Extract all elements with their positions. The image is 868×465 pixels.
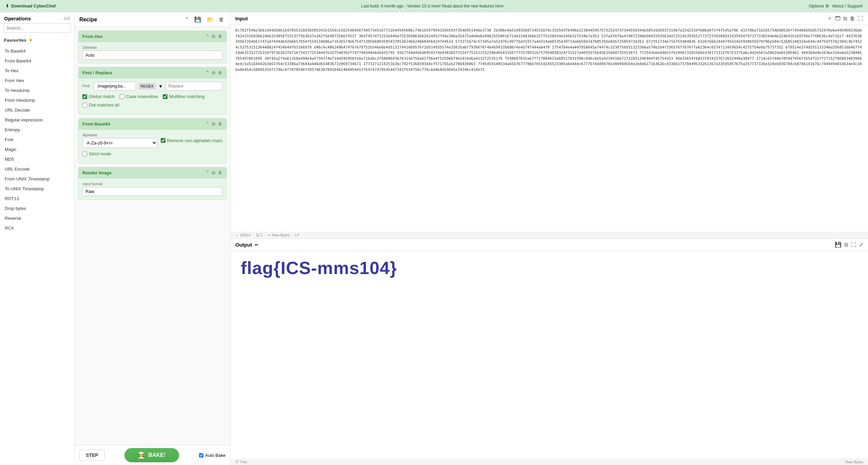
sidebar: Operations 440 Favourites ★ To Base64 Fr…	[0, 12, 75, 465]
render-image-tools: ⌃ ⊘ ⏸	[205, 170, 222, 175]
from-hex-card-header: From Hex ⌃ ⊘ ⏸	[78, 31, 226, 42]
gear-icon: ⚙	[825, 3, 829, 8]
find-replace-collapse-btn[interactable]: ⌃	[205, 70, 210, 75]
output-edit-btn[interactable]: ✏	[255, 242, 259, 248]
global-match-label[interactable]: Global match	[82, 94, 115, 99]
output-status: ⏱ 7ms Raw Bytes	[231, 459, 868, 465]
output-format: Raw Bytes	[845, 460, 863, 464]
dot-matches-all-label[interactable]: Dot matches all	[82, 102, 119, 108]
sidebar-item-rot13[interactable]: ROT13	[0, 194, 74, 204]
about-link[interactable]: About / Support	[832, 3, 863, 8]
sidebar-item-to-base64[interactable]: To Base64	[0, 46, 74, 56]
recipe-folder-btn[interactable]: 📁	[205, 16, 215, 23]
recipe-save-btn[interactable]: 💾	[193, 16, 202, 23]
from-base64-tools: ⌃ ⊘ ⏸	[205, 121, 222, 127]
remove-nonalpha-checkbox[interactable]	[161, 138, 165, 143]
sidebar-item-url-encode[interactable]: URL Encode	[0, 164, 74, 174]
alphabet-select[interactable]: A-Za-z0-9+/=	[82, 138, 157, 148]
sidebar-item-from-base64[interactable]: From Base64	[0, 56, 74, 66]
sidebar-item-from-unix-timestamp[interactable]: From UNIX Timestamp	[0, 174, 74, 184]
sidebar-item-drop-bytes[interactable]: Drop bytes	[0, 204, 74, 213]
from-base64-disable-btn[interactable]: ⊘	[212, 121, 216, 127]
strict-mode-label[interactable]: Strict mode	[82, 151, 111, 156]
from-hex-collapse-btn[interactable]: ⌃	[205, 34, 210, 39]
sidebar-item-url-decode[interactable]: URL Decode	[0, 105, 74, 115]
multiline-checkbox[interactable]	[163, 94, 167, 99]
render-image-pause-btn[interactable]: ⏸	[218, 170, 222, 175]
output-copy-btn[interactable]: ⧉	[844, 242, 848, 248]
output-time: ⏱ 7ms	[235, 460, 247, 464]
render-image-collapse-btn[interactable]: ⌃	[205, 170, 210, 175]
find-replace-card: Find / Replace ⌃ ⊘ ⏸ Find REGEX ▼	[78, 67, 227, 115]
find-replace-disable-btn[interactable]: ⊘	[212, 70, 216, 75]
sidebar-item-from-hexdump[interactable]: From Hexdump	[0, 95, 74, 105]
remove-nonalpha-text: Remove non-alphabet chars	[167, 138, 222, 143]
topbar: ⬇ Download CyberChef Last build: A month…	[0, 0, 868, 12]
right-panels: Input ＋ 🗔 ⧉ 🗑 ⛶ 6c782f546e36614d4d586164…	[231, 12, 868, 465]
case-insensitive-label[interactable]: Case insensitive	[120, 94, 158, 99]
find-type-badge[interactable]: REGEX	[139, 83, 156, 89]
sidebar-item-fork[interactable]: Fork	[0, 135, 74, 144]
input-expand-btn[interactable]: ⛶	[858, 16, 863, 22]
global-match-checkbox[interactable]	[82, 94, 87, 99]
output-expand-btn[interactable]: ⛶	[851, 242, 856, 248]
from-base64-pause-btn[interactable]: ⏸	[218, 121, 222, 127]
find-row: Find REGEX ▼	[82, 82, 222, 91]
input-tools: ＋ 🗔 ⧉ 🗑 ⛶	[827, 15, 863, 22]
render-image-disable-btn[interactable]: ⊘	[212, 170, 216, 175]
input-add-btn[interactable]: ＋	[827, 15, 832, 22]
strict-mode-checkbox[interactable]	[82, 152, 87, 156]
sidebar-item-to-hex[interactable]: To Hex	[0, 66, 74, 76]
recipe-body: From Hex ⌃ ⊘ ⏸ Delimiter Find / Replace	[75, 27, 230, 445]
sidebar-item-to-unix-timestamp[interactable]: To UNIX Timestamp	[0, 184, 74, 194]
multiline-label[interactable]: Multiline matching	[163, 94, 204, 99]
recipe-header: Recipe ⌃ 💾 📁 🗑	[75, 12, 230, 27]
dropdown-icon: ▼	[158, 84, 163, 89]
sidebar-operations: To Base64 From Base64 To Hex From Hex To…	[0, 45, 74, 465]
sidebar-item-from-hex[interactable]: From Hex	[0, 76, 74, 85]
input-content[interactable]: 6c782f546e36614d4d5861647055316936505341…	[231, 25, 868, 232]
find-input[interactable]	[94, 82, 136, 91]
step-button[interactable]: STEP	[79, 450, 105, 461]
sidebar-item-to-hexdump[interactable]: To Hexdump	[0, 85, 74, 95]
output-save-btn[interactable]: 💾	[835, 241, 842, 248]
input-clear-btn[interactable]: 🗑	[850, 16, 855, 22]
bake-icon: 🧑‍🍳	[138, 451, 145, 459]
sidebar-item-entropy[interactable]: Entropy	[0, 125, 74, 135]
from-hex-disable-btn[interactable]: ⊘	[212, 34, 216, 39]
sidebar-item-md5[interactable]: MD5	[0, 154, 74, 164]
autobake-checkbox[interactable]	[199, 453, 203, 458]
dot-matches-all-checkbox[interactable]	[82, 103, 87, 108]
sidebar-item-regex[interactable]: Regular expression	[0, 115, 74, 125]
sidebar-item-rc4[interactable]: RC4	[0, 223, 74, 233]
replace-input[interactable]	[165, 82, 222, 91]
flag-text: flag{ICS-mms104}	[241, 258, 397, 278]
output-title-wrap: Output ✏	[235, 242, 259, 248]
recipe-collapse-btn[interactable]: ⌃	[183, 16, 190, 23]
topbar-right: Options ⚙ About / Support	[809, 3, 863, 8]
find-replace-checkboxes: Global match Case insensitive Multiline …	[82, 94, 222, 99]
remove-nonalpha-label[interactable]: Remove non-alphabet chars	[161, 138, 222, 143]
options-link[interactable]: Options ⚙	[809, 3, 829, 8]
render-image-card-header: Render Image ⌃ ⊘ ⏸	[78, 167, 226, 178]
input-restore-btn[interactable]: 🗔	[835, 16, 841, 22]
search-input[interactable]	[3, 23, 71, 33]
sidebar-item-magic[interactable]: Magic	[0, 144, 74, 154]
recipe-delete-btn[interactable]: 🗑	[217, 16, 225, 23]
from-base64-collapse-btn[interactable]: ⌃	[205, 121, 210, 127]
download-link[interactable]: ⬇ Download CyberChef	[5, 3, 56, 8]
input-format: ↵ Raw Bytes	[268, 233, 290, 237]
input-split-btn[interactable]: ⧉	[843, 16, 847, 22]
delimiter-input[interactable]	[82, 51, 222, 60]
output-fullscreen-btn[interactable]: ⤢	[859, 241, 863, 248]
find-replace-pause-btn[interactable]: ⏸	[218, 70, 222, 75]
bake-button[interactable]: 🧑‍🍳 BAKE!	[124, 448, 179, 462]
sidebar-item-reverse[interactable]: Reverse	[0, 213, 74, 223]
input-format-input[interactable]	[82, 187, 222, 196]
main-layout: Operations 440 Favourites ★ To Base64 Fr…	[0, 12, 868, 465]
from-hex-pause-btn[interactable]: ⏸	[218, 34, 222, 39]
case-insensitive-checkbox[interactable]	[120, 94, 124, 99]
sidebar-header: Operations 440	[0, 12, 74, 23]
autobake-label[interactable]: Auto Bake	[205, 453, 225, 458]
strict-mode-text: Strict mode	[89, 151, 111, 156]
